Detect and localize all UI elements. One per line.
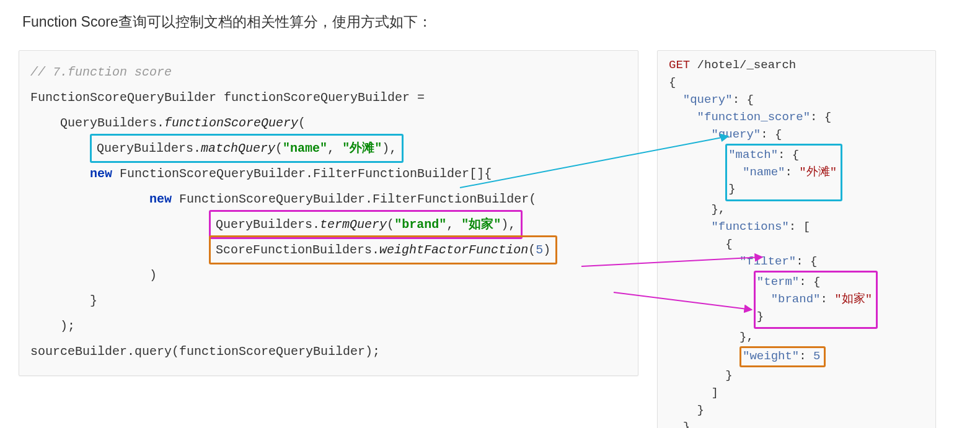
json-highlight-match: "match": { "name": "外滩" } bbox=[725, 144, 842, 202]
highlight-term-query: QueryBuilders.termQuery("brand", "如家"), bbox=[209, 210, 523, 239]
json-line: ] bbox=[669, 386, 718, 400]
code-line: sourceBuilder.query(functionScoreQueryBu… bbox=[30, 344, 380, 359]
java-code-block: // 7.function score FunctionScoreQueryBu… bbox=[19, 50, 638, 376]
java-code: // 7.function score FunctionScoreQueryBu… bbox=[30, 59, 627, 364]
code-comment: // 7.function score bbox=[30, 65, 172, 79]
json-line: "query": { bbox=[669, 128, 782, 141]
json-line: "filter": { bbox=[669, 255, 817, 268]
json-line: }, bbox=[669, 203, 725, 216]
code-line: QueryBuilders.functionScoreQuery( bbox=[30, 116, 306, 130]
json-highlight-term: "term": { "brand": "如家" } bbox=[754, 271, 878, 329]
json-line: "function_score": { bbox=[669, 110, 831, 124]
highlight-weight-factor: ScoreFunctionBuilders.weightFactorFuncti… bbox=[209, 235, 557, 264]
code-line: QueryBuilders.matchQuery("name", "外滩"), bbox=[30, 141, 404, 155]
json-code: GET /hotel/_search { "query": { "functio… bbox=[669, 57, 924, 428]
json-highlight-weight: "weight": 5 bbox=[739, 346, 826, 367]
two-column-layout: // 7.function score FunctionScoreQueryBu… bbox=[19, 50, 961, 428]
json-line: } bbox=[669, 420, 690, 428]
code-line: } bbox=[30, 294, 97, 308]
json-line: { bbox=[669, 237, 733, 251]
json-line: "query": { bbox=[669, 93, 754, 107]
code-line: QueryBuilders.termQuery("brand", "如家"), bbox=[30, 217, 523, 232]
highlight-match-query: QueryBuilders.matchQuery("name", "外滩"), bbox=[90, 134, 404, 163]
json-line: } bbox=[669, 369, 733, 382]
json-code-block: GET /hotel/_search { "query": { "functio… bbox=[657, 50, 936, 428]
json-line: }, bbox=[669, 330, 754, 344]
code-line: ScoreFunctionBuilders.weightFactorFuncti… bbox=[30, 243, 557, 257]
code-line: new FunctionScoreQueryBuilder.FilterFunc… bbox=[30, 167, 492, 181]
code-line: new FunctionScoreQueryBuilder.FilterFunc… bbox=[30, 192, 536, 206]
json-line: "functions": [ bbox=[669, 220, 810, 234]
code-line: ) bbox=[30, 268, 157, 282]
json-line: GET /hotel/_search bbox=[669, 58, 796, 72]
code-line: ); bbox=[30, 319, 75, 333]
section-heading: Function Score查询可以控制文档的相关性算分，使用方式如下： bbox=[22, 12, 961, 32]
json-line: } bbox=[669, 403, 704, 417]
json-line: { bbox=[669, 76, 676, 89]
code-line: FunctionScoreQueryBuilder functionScoreQ… bbox=[30, 90, 425, 105]
